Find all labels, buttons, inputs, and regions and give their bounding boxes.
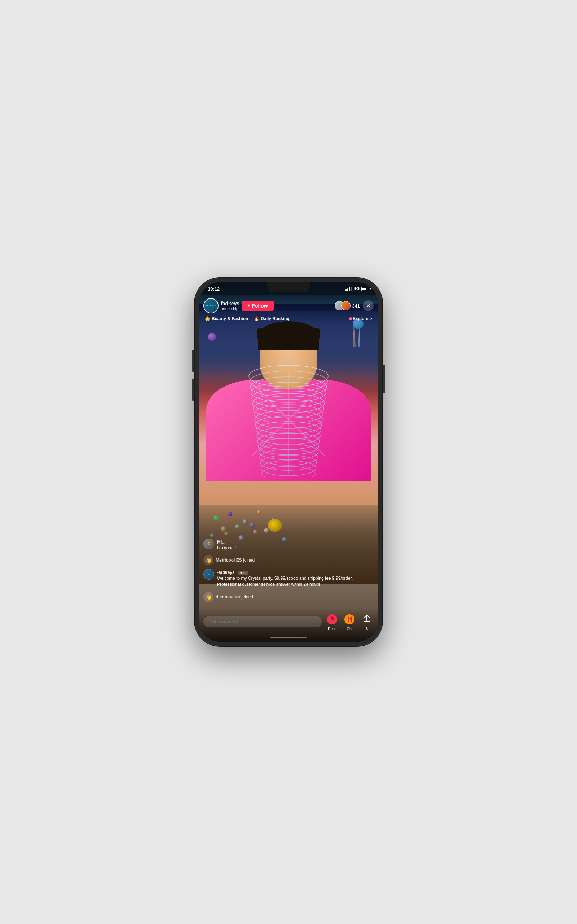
category-bar: 🌟 Beauty & Fashion 🔥 Daily Ranking Explo… [203,316,374,321]
chat-message-1: 😊 Mi... I'm good!! [203,538,374,551]
chat-area: 😊 Mi... I'm good!! 👋 Metricool ES joined [199,538,378,606]
join-message-1: 👋 Metricool ES joined [203,555,374,565]
close-button[interactable]: ✕ [363,300,374,311]
gift-label: Gift [347,627,352,631]
status-icons: 4G [345,286,369,291]
host-badge: Host [238,571,248,575]
gift-button[interactable]: 🎁 Gift [343,612,356,631]
follow-icon: + [247,303,250,309]
follow-button[interactable]: + Follow [242,300,274,311]
share-icon [360,612,374,626]
subtitle-label: artnership [221,307,239,311]
avatar[interactable]: FADKEYS [203,298,219,313]
chat-message-host: FK -fadkeys Host Welcome to my Crystal p… [203,569,374,588]
phone-screen: 19:12 4G [199,282,378,642]
share-button[interactable]: 6 [360,612,374,631]
chat-name-host: -fadkeys [217,570,235,575]
beauty-emoji: 🌟 [205,316,210,321]
battery-icon [361,287,369,291]
join-icon-1: 👋 [203,555,213,565]
pink-dot [349,317,352,320]
bottom-bar: 🌹 Rose 🎁 Gift [199,609,378,642]
join-message-2: 👋 dienteneitor joined [203,592,374,602]
share-count: 6 [366,627,368,631]
explore-label: Explore > [353,316,372,321]
notch [267,282,310,292]
network-label: 4G [354,286,359,291]
viewer-avatars [335,301,351,310]
rose-icon: 🌹 [325,612,339,626]
category-daily-ranking[interactable]: 🔥 Daily Ranking [254,316,289,321]
join-name-2: dienteneitor [216,594,240,599]
rose-label: Rose [328,627,336,631]
svg-text:🎁: 🎁 [347,617,353,623]
close-icon: ✕ [366,302,371,309]
join-suffix-1b: joined [243,558,255,563]
chat-avatar-1: 😊 [203,538,214,549]
svg-text:🌹: 🌹 [329,617,336,623]
user-info: FADKEYS fadkeys artnership + Follow [203,298,274,313]
follow-label: Follow [252,303,268,309]
gift-icon: 🎁 [343,612,356,626]
status-bar: 19:12 4G [199,282,378,295]
beauty-label: Beauty & Fashion [212,316,248,321]
ranking-emoji: 🔥 [254,316,259,321]
join-text-1: Metricool ES joined [216,558,255,563]
volume-up-button[interactable] [192,350,194,372]
home-indicator [271,637,306,638]
live-top-bar: FADKEYS fadkeys artnership + Follow [199,295,378,323]
viewer-avatar-2 [341,301,351,310]
phone-frame: 19:12 4G [195,278,382,646]
comment-input[interactable] [203,616,322,627]
join-text-2: dienteneitor joined [216,594,253,599]
viewer-count-label: 341 [352,303,360,309]
chat-text-1: I'm good!! [217,545,374,551]
join-suffix-2b: joined [242,594,253,599]
chat-text-host: Welcome to my Crystal party. $9.99/scoop… [217,575,374,588]
chat-name-1: Mi... [217,540,226,544]
chat-avatar-host: FK [203,569,214,580]
ranking-label: Daily Ranking [261,316,289,321]
volume-down-button[interactable] [192,379,194,401]
viewer-count: 341 [335,301,360,310]
explore-link[interactable]: Explore > [349,316,372,321]
status-time: 19:12 [208,286,220,292]
join-name-1: Metricool ES [216,558,242,563]
power-button[interactable] [383,365,385,393]
right-controls: 341 ✕ [335,300,374,311]
category-beauty-fashion[interactable]: 🌟 Beauty & Fashion [205,316,248,321]
signal-icon [345,287,352,291]
rose-button[interactable]: 🌹 Rose [325,612,339,631]
username-label: fadkeys [221,300,239,307]
join-icon-2: 👋 [203,592,213,602]
